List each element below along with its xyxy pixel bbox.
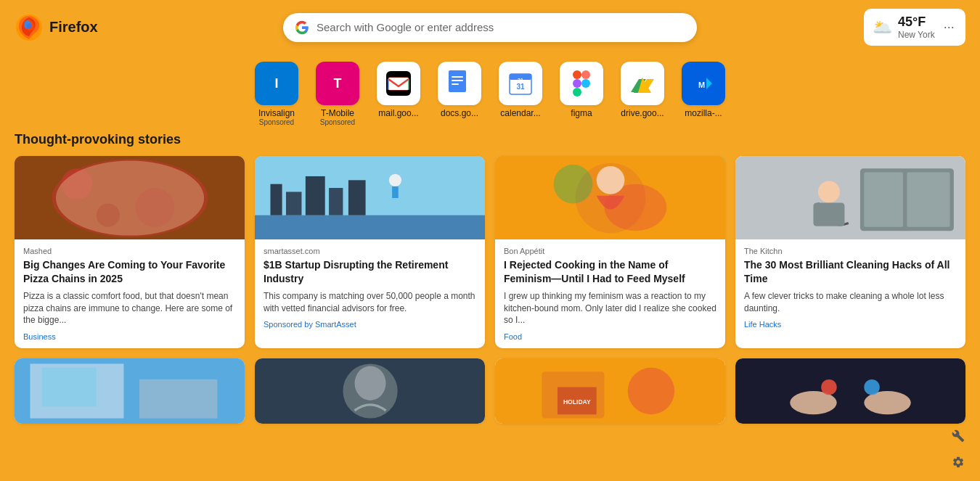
story-content-cleaning: The Kitchn The 30 Most Brilliant Cleanin…	[735, 239, 965, 336]
shortcut-figma[interactable]: figma	[552, 62, 611, 126]
weather-widget[interactable]: 🌥️ 45°F New York ···	[864, 9, 965, 46]
shortcut-icon-calendar: 31 31	[499, 62, 542, 105]
shortcut-icon-tmobile: T	[316, 62, 359, 105]
google-icon	[295, 20, 309, 35]
story-category-feminism[interactable]: Food	[504, 332, 716, 341]
story-source-feminism: Bon Appétit	[504, 247, 716, 255]
weather-more-button[interactable]: ···	[944, 20, 955, 35]
story-image-feminism	[495, 156, 725, 239]
svg-rect-16	[452, 83, 459, 85]
search-bar-container: Search with Google or enter address	[283, 13, 697, 42]
story-source-cleaning: The Kitchn	[744, 247, 957, 255]
shortcut-label-docs: docs.go...	[441, 108, 478, 118]
svg-rect-22	[581, 70, 590, 79]
svg-rect-51	[348, 180, 366, 215]
svg-rect-25	[573, 88, 581, 96]
story-content-startup: smartasset.com $1B Startup Disrupting th…	[255, 239, 485, 336]
shortcut-icon-mozilla: M	[682, 62, 725, 105]
svg-point-56	[554, 165, 593, 204]
svg-rect-70	[139, 379, 217, 419]
story-source-startup: smartasset.com	[264, 247, 476, 255]
shortcut-mozilla[interactable]: M mozilla-...	[674, 62, 732, 126]
svg-rect-14	[452, 76, 463, 78]
svg-rect-53	[392, 186, 399, 198]
svg-text:I: I	[274, 76, 278, 91]
shortcut-invisalign[interactable]: I Invisalign Sponsored	[248, 62, 306, 126]
svg-point-82	[821, 379, 836, 395]
shortcut-drive[interactable]: drive.goo...	[613, 62, 671, 126]
weather-icon: 🌥️	[873, 18, 892, 37]
story-headline-pizza: Big Changes Are Coming to Your Favorite …	[23, 258, 236, 286]
firefox-icon	[15, 13, 44, 42]
svg-rect-63	[907, 173, 950, 227]
shortcut-docs[interactable]: docs.go...	[430, 62, 489, 126]
svg-rect-48	[286, 192, 301, 215]
stories-section: Thought-provoking stories Mashed Big Cha…	[0, 132, 980, 424]
shortcut-label-invisalign: Invisalign	[258, 108, 295, 118]
weather-city: New York	[898, 30, 935, 40]
shortcut-sponsored-invisalign: Sponsored	[259, 118, 294, 126]
story-headline-startup: $1B Startup Disrupting the Retirement In…	[264, 258, 476, 286]
svg-rect-23	[573, 79, 581, 88]
footer-icons	[948, 426, 968, 472]
svg-text:31: 31	[516, 83, 525, 91]
shortcut-label-mozilla: mozilla-...	[685, 108, 722, 118]
story-excerpt-startup: This company is matching over 50,000 peo…	[264, 290, 476, 315]
shortcut-calendar[interactable]: 31 31 calendar...	[491, 62, 550, 126]
svg-point-76	[628, 368, 674, 414]
story-excerpt-feminism: I grew up thinking my feminism was a rea…	[504, 290, 716, 326]
shortcut-icon-gmail	[377, 62, 420, 105]
story-card-bottom-1[interactable]	[15, 358, 245, 424]
shortcut-tmobile[interactable]: T T-Mobile Sponsored	[309, 62, 367, 126]
shortcuts-row: I Invisalign Sponsored T T-Mobile Sponso…	[0, 62, 980, 126]
svg-rect-79	[735, 358, 965, 424]
story-category-startup: Sponsored by SmartAsset	[264, 320, 476, 329]
story-category-pizza[interactable]: Business	[23, 332, 236, 341]
story-card-startup[interactable]: smartasset.com $1B Startup Disrupting th…	[255, 156, 485, 348]
svg-point-64	[818, 181, 840, 202]
shortcut-icon-drive	[621, 62, 664, 105]
search-placeholder: Search with Google or enter address	[317, 21, 685, 33]
shortcut-icon-figma	[560, 62, 603, 105]
svg-rect-50	[329, 188, 343, 215]
shortcut-label-tmobile: T-Mobile	[321, 108, 354, 118]
settings-button[interactable]	[948, 452, 968, 472]
svg-rect-21	[573, 70, 581, 79]
story-excerpt-cleaning: A few clever tricks to make cleaning a w…	[744, 290, 957, 315]
svg-point-43	[56, 160, 204, 235]
svg-rect-65	[813, 202, 844, 226]
search-bar[interactable]: Search with Google or enter address	[283, 13, 697, 42]
shortcut-gmail[interactable]: mail.goo...	[369, 62, 428, 126]
svg-point-2	[27, 23, 31, 29]
weather-temperature: 45°F	[898, 15, 935, 30]
shortcut-label-figma: figma	[571, 108, 592, 118]
svg-text:31: 31	[518, 78, 523, 83]
shortcut-sponsored-tmobile: Sponsored	[320, 118, 355, 126]
story-excerpt-pizza: Pizza is a classic comfort food, but tha…	[23, 290, 236, 326]
svg-rect-10	[388, 78, 409, 90]
svg-rect-69	[42, 368, 97, 407]
story-card-feminism[interactable]: Bon Appétit I Rejected Cooking in the Na…	[495, 156, 725, 348]
svg-point-83	[864, 379, 879, 395]
svg-point-52	[389, 174, 401, 186]
header: Firefox Search with Google or enter addr…	[0, 0, 980, 54]
story-content-feminism: Bon Appétit I Rejected Cooking in the Na…	[495, 239, 725, 348]
story-card-bottom-4[interactable]	[735, 358, 965, 424]
wrench-button[interactable]	[948, 426, 968, 446]
story-source-pizza: Mashed	[23, 247, 236, 255]
story-card-bottom-2[interactable]	[255, 358, 485, 424]
story-card-pizza[interactable]: Mashed Big Changes Are Coming to Your Fa…	[15, 156, 245, 348]
firefox-logo[interactable]: Firefox	[15, 13, 98, 42]
stories-grid: Mashed Big Changes Are Coming to Your Fa…	[15, 156, 965, 348]
weather-info: 45°F New York	[898, 15, 935, 40]
story-card-bottom-3[interactable]: HOLIDAY	[495, 358, 725, 424]
shortcut-icon-docs	[438, 62, 481, 105]
svg-rect-62	[864, 173, 903, 227]
svg-rect-47	[270, 184, 282, 215]
shortcut-label-gmail: mail.goo...	[378, 108, 418, 118]
story-category-cleaning[interactable]: Life Hacks	[744, 320, 957, 329]
svg-rect-15	[452, 80, 463, 81]
shortcut-icon-invisalign: I	[255, 62, 298, 105]
story-card-cleaning[interactable]: The Kitchn The 30 Most Brilliant Cleanin…	[735, 156, 965, 348]
shortcut-label-drive: drive.goo...	[621, 108, 663, 118]
